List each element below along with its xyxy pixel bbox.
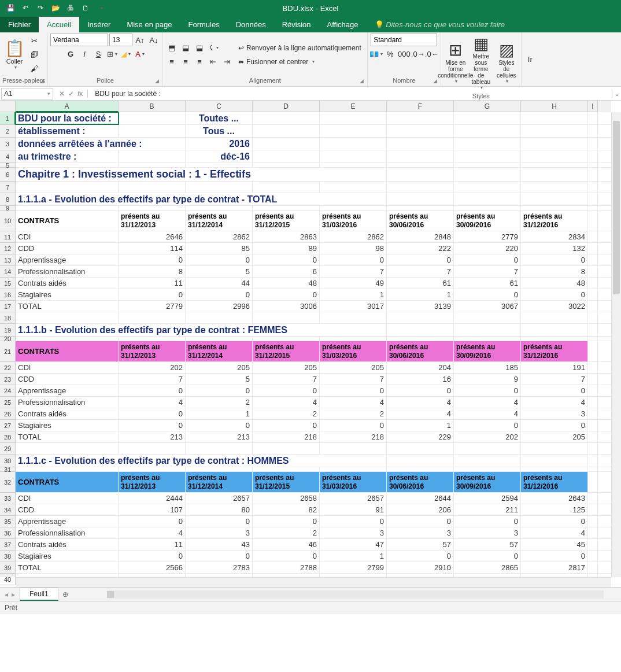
cell-A29[interactable]: [16, 443, 119, 454]
vertical-scrollbar[interactable]: [611, 112, 621, 577]
cell-I4[interactable]: [588, 150, 598, 163]
cell-F38[interactable]: 0: [387, 551, 454, 562]
cell-F11[interactable]: 2848: [387, 231, 454, 242]
name-box[interactable]: A1▾: [1, 88, 53, 99]
cell-I22[interactable]: [588, 362, 598, 373]
cell-G32[interactable]: présents au 30/09/2016: [454, 472, 521, 492]
cell-H32[interactable]: présents au 31/12/2016: [521, 472, 588, 492]
cell-F23[interactable]: 16: [387, 374, 454, 385]
cell-F22[interactable]: 204: [387, 362, 454, 373]
cell-E17[interactable]: 3017: [320, 301, 387, 312]
cell-G39[interactable]: 2865: [454, 562, 521, 573]
cell-C21[interactable]: présents au 31/12/2014: [186, 341, 253, 361]
cell-D16[interactable]: 0: [253, 289, 320, 300]
cell-C4[interactable]: déc-16: [186, 150, 253, 163]
cell-E1[interactable]: [320, 112, 387, 124]
cell-H6[interactable]: [521, 168, 588, 181]
cell-F16[interactable]: 1: [387, 289, 454, 300]
cell-D11[interactable]: 2863: [253, 231, 320, 242]
cell-E22[interactable]: 205: [320, 362, 387, 373]
col-header-G[interactable]: G: [454, 101, 521, 112]
cell-H7[interactable]: [521, 182, 588, 193]
cell-D13[interactable]: 0: [253, 254, 320, 265]
cell-F18[interactable]: [387, 312, 454, 323]
cell-B20[interactable]: [119, 337, 186, 341]
sheet-nav[interactable]: ◂▸: [0, 590, 20, 599]
wrap-text-button[interactable]: ↩Renvoyer à la ligne automatiquement: [235, 42, 365, 54]
cell-E35[interactable]: 0: [320, 516, 387, 527]
cell-B29[interactable]: [119, 443, 186, 454]
quickprint-icon[interactable]: 🖶: [64, 2, 77, 14]
cell-E28[interactable]: 218: [320, 431, 387, 442]
cell-E39[interactable]: 2799: [320, 562, 387, 573]
cell-F14[interactable]: 7: [387, 266, 454, 277]
row-header-20[interactable]: 20: [0, 337, 16, 341]
cell-A10[interactable]: CONTRATS: [16, 211, 119, 231]
borders-button[interactable]: ⊞: [106, 47, 119, 60]
cell-F37[interactable]: 57: [387, 539, 454, 550]
cell-H1[interactable]: [521, 112, 588, 124]
tab-formulas[interactable]: Formules: [180, 17, 227, 32]
cell-G28[interactable]: 202: [454, 431, 521, 442]
cell-D23[interactable]: 7: [253, 374, 320, 385]
cell-A37[interactable]: Contrats aidés: [16, 539, 119, 550]
cell-A21[interactable]: CONTRATS: [16, 341, 119, 361]
tab-layout[interactable]: Mise en page: [119, 17, 180, 32]
enter-formula-icon[interactable]: ✓: [68, 90, 74, 98]
cell-E33[interactable]: 2657: [320, 493, 387, 504]
cell-A2[interactable]: établissement :: [16, 125, 119, 137]
cell-F10[interactable]: présents au 30/06/2016: [387, 211, 454, 231]
cell-C38[interactable]: 0: [186, 551, 253, 562]
cell-C2[interactable]: Tous ...: [186, 125, 253, 137]
tab-data[interactable]: Données: [228, 17, 274, 32]
cell-C28[interactable]: 213: [186, 431, 253, 442]
cell-B25[interactable]: 4: [119, 397, 186, 408]
cell-B14[interactable]: 8: [119, 266, 186, 277]
cell-H25[interactable]: 4: [521, 397, 588, 408]
cell-H15[interactable]: 48: [521, 278, 588, 289]
bold-button[interactable]: G: [64, 47, 77, 60]
cell-I27[interactable]: [588, 420, 598, 431]
cell-A26[interactable]: Contrats aidés: [16, 408, 119, 419]
cell-D24[interactable]: 0: [253, 385, 320, 396]
cell-I26[interactable]: [588, 408, 598, 419]
cell-G33[interactable]: 2594: [454, 493, 521, 504]
tab-review[interactable]: Révision: [274, 17, 319, 32]
row-header-6[interactable]: 6: [0, 168, 16, 182]
cell-D35[interactable]: 0: [253, 516, 320, 527]
cell-G6[interactable]: [454, 168, 521, 181]
cell-H2[interactable]: [521, 125, 588, 137]
cell-E21[interactable]: présents au 31/03/2016: [320, 341, 387, 361]
cell-G21[interactable]: présents au 30/09/2016: [454, 341, 521, 361]
row-header-38[interactable]: 38: [0, 551, 16, 562]
number-dialog-icon[interactable]: ◢: [433, 78, 437, 84]
percent-format-icon[interactable]: %: [384, 47, 397, 60]
cell-I5[interactable]: [588, 163, 598, 167]
cell-B22[interactable]: 202: [119, 362, 186, 373]
number-format-combo[interactable]: [371, 34, 437, 46]
row-header-2[interactable]: 2: [0, 125, 16, 138]
cell-I24[interactable]: [588, 385, 598, 396]
cell-G35[interactable]: 0: [454, 516, 521, 527]
cell-I13[interactable]: [588, 254, 598, 265]
row-header-40[interactable]: 40: [0, 574, 16, 585]
col-header-D[interactable]: D: [253, 101, 320, 112]
cell-A13[interactable]: Apprentissage: [16, 254, 119, 265]
row-header-7[interactable]: 7: [0, 182, 16, 193]
select-all-corner[interactable]: [0, 101, 16, 112]
row-headers[interactable]: 1234567891011121314151617181920212223242…: [0, 112, 16, 577]
cell-E18[interactable]: [320, 312, 387, 323]
decrease-indent-icon[interactable]: ⇤: [207, 56, 220, 68]
cell-E38[interactable]: 1: [320, 551, 387, 562]
cell-D10[interactable]: présents au 31/12/2015: [253, 211, 320, 231]
cell-F19[interactable]: [387, 324, 454, 336]
cell-G3[interactable]: [454, 138, 521, 150]
cell-B5[interactable]: [119, 163, 186, 167]
cell-I7[interactable]: [588, 182, 598, 193]
row-header-29[interactable]: 29: [0, 443, 16, 455]
cell-A16[interactable]: Stagiaires: [16, 289, 119, 300]
cell-B17[interactable]: 2779: [119, 301, 186, 312]
cell-E3[interactable]: [320, 138, 387, 150]
tell-me-search[interactable]: Dites-nous ce que vous voulez faire: [367, 17, 513, 32]
cell-H37[interactable]: 45: [521, 539, 588, 550]
